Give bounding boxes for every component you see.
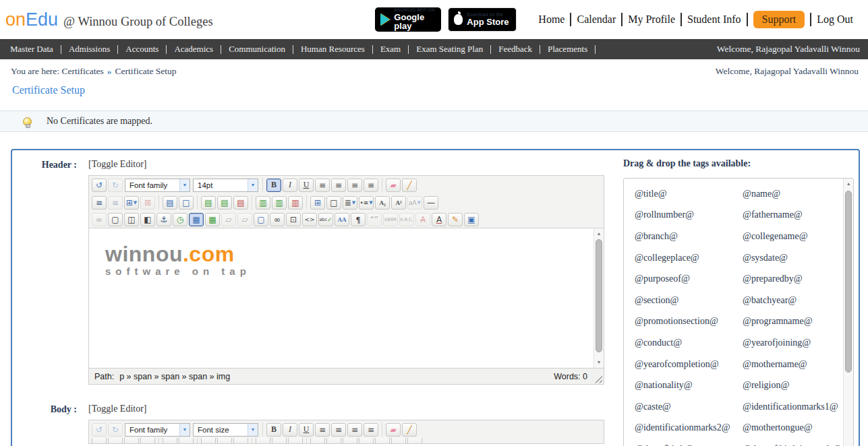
menu-accounts[interactable]: Accounts <box>118 44 166 55</box>
font-family-select[interactable]: Font family▼ <box>125 423 190 437</box>
app-logo[interactable]: onEdu @ Winnou Group of Colleges <box>5 9 213 30</box>
menu-academics[interactable]: Academics <box>167 44 221 55</box>
insert-column-before-button[interactable]: ▥ <box>256 196 270 210</box>
nav-student-info[interactable]: Student Info <box>682 13 747 26</box>
winnou-logo-image[interactable]: winnou.com software on tap <box>105 242 251 277</box>
tag-collegeplace[interactable]: @collegeplace@ <box>635 253 743 263</box>
align-justify-button[interactable]: ≡ <box>315 179 330 192</box>
menu-exam-seating-plan[interactable]: Exam Seating Plan <box>409 44 490 55</box>
toolbar-button[interactable] <box>140 438 155 443</box>
toolbar-button[interactable] <box>124 438 139 443</box>
align-right-button[interactable]: ≡ <box>364 179 378 192</box>
menu-feedback[interactable]: Feedback <box>491 44 540 55</box>
toolbar-button[interactable] <box>359 438 374 443</box>
insert-column-after-button[interactable]: ▥ <box>272 196 287 210</box>
nav-log-out[interactable]: Log Out <box>811 13 859 26</box>
insert-time-button[interactable]: ◷ <box>173 213 187 226</box>
edit-attributes-button[interactable]: ✎ <box>448 213 463 226</box>
align-left-button[interactable]: ≡ <box>347 179 362 192</box>
form-button-button[interactable]: ⊡ <box>286 213 301 226</box>
delete-row-button[interactable]: ▤ <box>233 196 248 210</box>
underline-button[interactable]: U <box>299 423 314 437</box>
google-play-badge[interactable]: ANDROID APP ON Google play <box>375 7 441 32</box>
toolbar-button[interactable] <box>375 438 390 443</box>
tag-yearofcompletion[interactable]: @yearofcompletion@ <box>635 359 743 370</box>
toolbar-button[interactable] <box>163 438 177 443</box>
header-editor-content[interactable]: winnou.com software on tap ▲ ▼ <box>89 228 604 368</box>
tag-mothername[interactable]: @mothername@ <box>743 359 841 370</box>
font-size-select[interactable]: 14pt▼ <box>193 179 258 192</box>
toolbar-button[interactable] <box>391 438 406 443</box>
delete-column-button[interactable]: ▥ <box>288 196 303 210</box>
insert-table-button[interactable]: ⊞ <box>310 196 325 210</box>
unlink-button[interactable]: ∞ <box>92 213 107 226</box>
tag-conduct[interactable]: @conduct@ <box>635 338 743 348</box>
select-all-button[interactable]: ▢ <box>108 213 123 226</box>
tag-caste[interactable]: @caste@ <box>635 402 743 412</box>
toolbar-button[interactable] <box>217 438 232 443</box>
toolbar-button[interactable] <box>108 438 123 443</box>
tag-title[interactable]: @title@ <box>635 189 743 199</box>
tag-rollnumber[interactable]: @rollnumber@ <box>635 210 743 220</box>
menu-placements[interactable]: Placements <box>540 44 595 55</box>
align-center-button[interactable]: ≡ <box>331 179 346 192</box>
underline-button[interactable]: U <box>299 179 314 192</box>
toolbar-button[interactable] <box>179 438 194 443</box>
tag-section[interactable]: @section@ <box>635 295 743 306</box>
redo-button[interactable]: ↻ <box>108 179 123 192</box>
align-justify-button[interactable]: ≡ <box>315 423 330 437</box>
outdent-button[interactable]: ≡ <box>108 196 123 210</box>
clean-formatting-button[interactable]: ╱ <box>402 179 417 192</box>
bold-button[interactable]: B <box>266 423 281 437</box>
add-image-button[interactable]: ▦ <box>205 213 220 226</box>
header-toggle-editor-link[interactable]: [Toggle Editor] <box>88 159 147 170</box>
undo-button[interactable]: ↺ <box>92 179 107 192</box>
insert-row-before-button[interactable]: ▤ <box>201 196 216 210</box>
insert-row-after-button[interactable]: ▤ <box>217 196 232 210</box>
insert-image-button[interactable]: ▦ <box>189 213 204 226</box>
tag-identificationmarks2[interactable]: @identificationmarks2@ <box>635 422 743 433</box>
anchor-button[interactable]: ⚓ <box>156 213 171 226</box>
abbreviation-button[interactable]: ABBR <box>383 213 398 226</box>
toolbar-button[interactable] <box>256 438 270 443</box>
tags-vertical-scrollbar[interactable]: ▲ <box>843 179 853 446</box>
paragraph-button[interactable]: ¶ <box>351 213 366 226</box>
scroll-up-icon[interactable]: ▲ <box>594 229 604 238</box>
menu-admissions[interactable]: Admissions <box>61 44 117 55</box>
object-border-button[interactable]: ▢ <box>254 213 268 226</box>
tag-sysdate[interactable]: @sysdate@ <box>743 253 841 263</box>
row-properties-button[interactable]: ▤ <box>163 196 177 210</box>
delete-table-button[interactable]: ⊠ <box>140 196 155 210</box>
editor-vertical-scrollbar[interactable]: ▲ ▼ <box>594 228 604 368</box>
clean-formatting-button[interactable]: ╱ <box>402 423 417 437</box>
toolbar-button[interactable] <box>233 438 248 443</box>
tag-batchyear[interactable]: @batchyear@ <box>743 295 841 306</box>
table-properties-button[interactable]: ⊞▼ <box>124 196 139 210</box>
layout-horizontal-button[interactable]: ◫ <box>124 213 139 226</box>
change-case-button[interactable]: aA▼ <box>407 196 422 210</box>
app-store-badge[interactable]: Download on the App Store <box>448 7 517 32</box>
scroll-up-icon[interactable]: ▲ <box>844 179 853 189</box>
indent-button[interactable]: ≡ <box>92 196 107 210</box>
toolbar-button[interactable] <box>343 438 357 443</box>
tag-yearofjoining[interactable]: @yearofjoining@ <box>743 338 841 348</box>
align-left-button[interactable]: ≡ <box>347 423 362 437</box>
spellcheck-button[interactable]: abc✓ <box>318 213 333 226</box>
tag-collegename[interactable]: @collegename@ <box>743 231 841 242</box>
insert-link-button[interactable]: ∞ <box>270 213 285 226</box>
toolbar-button[interactable] <box>288 438 303 443</box>
resize-grip[interactable] <box>593 374 602 383</box>
embed-button[interactable]: ▱ <box>237 213 252 226</box>
tag-branch[interactable]: @branch@ <box>635 231 743 242</box>
menu-human-resources[interactable]: Human Resources <box>293 44 372 55</box>
insert-ins-button[interactable]: A <box>432 213 446 226</box>
tag-name[interactable]: @name@ <box>743 189 841 199</box>
italic-button[interactable]: I <box>283 179 297 192</box>
superscript-button[interactable]: A² <box>391 196 406 210</box>
table-cell-button[interactable]: □ <box>326 196 341 210</box>
eraser-button[interactable]: ▰ <box>386 423 401 437</box>
tag-fathername[interactable]: @fathername@ <box>743 210 841 220</box>
toolbar-button[interactable] <box>201 438 216 443</box>
align-center-button[interactable]: ≡ <box>331 423 346 437</box>
scrollbar-thumb[interactable] <box>845 191 852 373</box>
